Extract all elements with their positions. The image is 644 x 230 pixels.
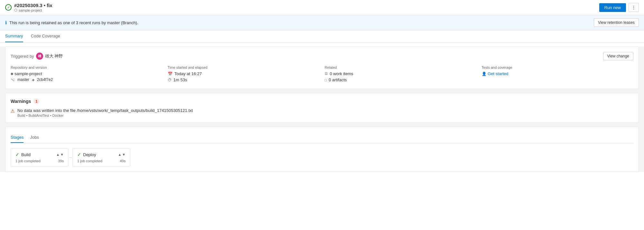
stage-build-duration: 39s [58, 159, 64, 163]
commit-icon: ◈ [32, 78, 34, 82]
stage-deploy-status-icon: ✓ [77, 152, 81, 157]
commit-hash: 2cb4f7e2 [37, 77, 53, 82]
branch-icon: ⌥ [11, 78, 15, 82]
warning-path: Build • BuildAndTest • Docker [17, 114, 193, 117]
repo-icon: ◆ [11, 72, 13, 76]
tests-label: Tests and coverage [482, 65, 634, 69]
warnings-badge: 1 [33, 98, 39, 104]
warnings-title: Warnings [11, 99, 31, 104]
repository-label: Repository and version [11, 65, 163, 69]
time-section: Time started and elapsed 📅 Today at 16:2… [168, 65, 320, 84]
tab-stages[interactable]: Stages [11, 132, 24, 143]
stage-deploy-expand[interactable]: ▲▼ [118, 153, 126, 156]
stage-build: ✓ Build ▲▼ 1 job completed 39s [11, 148, 69, 166]
triggered-by-label: Triggered by [11, 54, 34, 59]
view-retention-leases-button[interactable]: View retention leases [594, 18, 639, 27]
warning-message: No data was written into the file /home/… [17, 108, 193, 113]
calendar-icon: 📅 [168, 72, 173, 76]
person-icon: 👤 [482, 72, 487, 76]
related-section: Related ☰ 0 work items □ 0 artifacts [325, 65, 477, 84]
retention-banner: ℹ This run is being retained as one of 3… [0, 15, 644, 30]
run-status-icon: ✓ [5, 4, 12, 11]
stages-grid: ✓ Build ▲▼ 1 job completed 39s [11, 148, 633, 166]
tab-summary[interactable]: Summary [5, 30, 23, 42]
view-change-button[interactable]: View change [603, 52, 634, 60]
user-name: 雄大 神野 [45, 53, 63, 59]
stage-deploy-duration: 49s [120, 159, 126, 163]
repo-name: sample-project [14, 71, 42, 76]
tab-code-coverage[interactable]: Code Coverage [31, 30, 60, 42]
stage-deploy-name: Deploy [83, 152, 96, 157]
user-avatar: 雄 [36, 53, 43, 60]
get-started-link[interactable]: 👤 Get started [482, 71, 634, 76]
stage-deploy-jobs: 1 job completed [77, 159, 102, 163]
stage-deploy: ✓ Deploy ▲▼ 1 job completed 49s [72, 148, 130, 166]
branch-name: master [17, 77, 29, 82]
run-title: #20250309.3 • fix [14, 3, 52, 8]
clock-icon: ⏱ [168, 78, 172, 82]
warning-item: ⚠ No data was written into the file /hom… [11, 108, 633, 117]
stage-build-status-icon: ✓ [15, 152, 19, 157]
banner-message: This run is being retained as one of 3 r… [9, 20, 138, 25]
run-new-button[interactable]: Run new [599, 3, 626, 12]
project-icon: ⬡ [14, 8, 17, 12]
warnings-card: Warnings 1 ⚠ No data was written into th… [5, 93, 639, 123]
stage-connector [69, 148, 72, 166]
time-started: Today at 16:27 [175, 71, 202, 76]
work-items-icon: ☰ [325, 72, 328, 76]
warning-icon: ⚠ [11, 108, 15, 114]
tests-section: Tests and coverage 👤 Get started [482, 65, 634, 84]
stage-build-name: Build [21, 152, 31, 157]
repository-section: Repository and version ◆ sample-project … [11, 65, 163, 84]
time-label: Time started and elapsed [168, 65, 320, 69]
stages-card: Stages Jobs ✓ Build ▲▼ 1 job [5, 127, 639, 172]
tab-jobs[interactable]: Jobs [30, 132, 39, 143]
work-items-value: 0 work items [330, 71, 353, 76]
stage-build-expand[interactable]: ▲▼ [56, 153, 64, 156]
stages-tabs: Stages Jobs [11, 132, 633, 143]
artifacts-icon: □ [325, 78, 327, 82]
more-options-button[interactable]: ⋮ [629, 3, 639, 12]
main-tabs: Summary Code Coverage [0, 30, 644, 43]
related-label: Related [325, 65, 477, 69]
artifacts-value: 0 artifacts [329, 77, 347, 82]
info-icon: ℹ [5, 20, 7, 25]
project-name: ⬡ sample-project [14, 8, 52, 12]
stage-build-jobs: 1 job completed [15, 159, 41, 163]
triggered-by-card: Triggered by 雄 雄大 神野 View change Reposit… [5, 46, 639, 89]
elapsed-value: 1m 53s [174, 77, 187, 82]
